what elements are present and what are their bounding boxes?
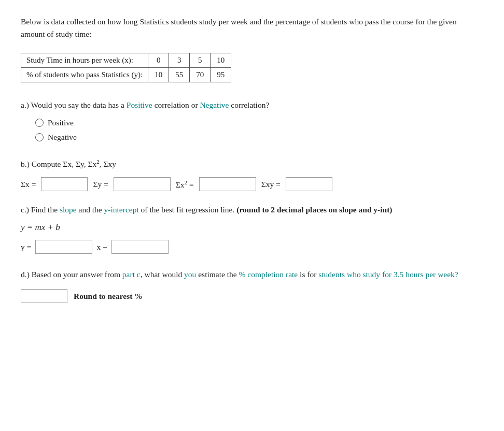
- table-r1-v0: 0: [148, 53, 169, 68]
- radio-positive[interactable]: Positive: [35, 118, 483, 127]
- part-d-label: d.) Based on your answer from part c, wh…: [21, 268, 467, 281]
- sigma-y-input[interactable]: [114, 177, 171, 191]
- formula-display: y = mx + b: [21, 222, 483, 233]
- table-row1-label: Study Time in hours per week (x):: [21, 53, 148, 68]
- part-c-label: c.) Find the slope and the y-intercept o…: [21, 204, 467, 216]
- radio-circle-negative: [35, 133, 44, 141]
- x-plus-label: x +: [96, 242, 107, 252]
- intro-text: Below is data collected on how long Stat…: [21, 16, 477, 40]
- slope-m-input[interactable]: [35, 240, 92, 254]
- part-c-section: c.) Find the slope and the y-intercept o…: [21, 204, 483, 254]
- part-d-section: d.) Based on your answer from part c, wh…: [21, 268, 483, 303]
- radio-circle-positive: [35, 119, 44, 127]
- compute-inputs-row: Σx = Σy = Σx2 = Σxy =: [21, 177, 483, 191]
- part-b-section: b.) Compute Σx, Σy, Σx2, Σxy Σx = Σy = Σ…: [21, 159, 483, 191]
- table-r2-v2: 70: [190, 68, 211, 82]
- table-row2-label: % of students who pass Statistics (y):: [21, 68, 148, 82]
- sigma-x-input[interactable]: [41, 177, 88, 191]
- part-d-inputs-row: Round to nearest %: [21, 289, 483, 303]
- part-a-label: a.) Would you say the data has a Positiv…: [21, 99, 483, 111]
- sigma-xy-input[interactable]: [286, 177, 332, 191]
- sigma-y-label: Σy =: [93, 180, 108, 189]
- round-label: Round to nearest %: [74, 292, 143, 301]
- table-r1-v3: 10: [211, 53, 231, 68]
- sigma-x2-input[interactable]: [199, 177, 256, 191]
- y-equals-label: y =: [21, 242, 31, 252]
- slope-inputs-row: y = x +: [21, 240, 483, 254]
- sigma-x-label: Σx =: [21, 180, 36, 189]
- table-r2-v1: 55: [169, 68, 190, 82]
- radio-negative[interactable]: Negative: [35, 133, 483, 142]
- correlation-radio-group: Positive Negative: [35, 118, 483, 142]
- intercept-b-input[interactable]: [111, 240, 169, 254]
- sigma-xy-label: Σxy =: [261, 180, 281, 189]
- table-r2-v0: 10: [148, 68, 169, 82]
- part-b-label: b.) Compute Σx, Σy, Σx2, Σxy: [21, 159, 483, 169]
- sigma-x2-label: Σx2 =: [176, 179, 194, 190]
- radio-positive-label: Positive: [48, 118, 74, 127]
- table-r1-v1: 3: [169, 53, 190, 68]
- data-table: Study Time in hours per week (x): 0 3 5 …: [21, 53, 231, 82]
- part-a-text: a.) Would you say the data has a Positiv…: [21, 100, 269, 109]
- radio-negative-label: Negative: [48, 133, 77, 142]
- table-r2-v3: 95: [211, 68, 231, 82]
- completion-rate-input[interactable]: [21, 289, 67, 303]
- table-r1-v2: 5: [190, 53, 211, 68]
